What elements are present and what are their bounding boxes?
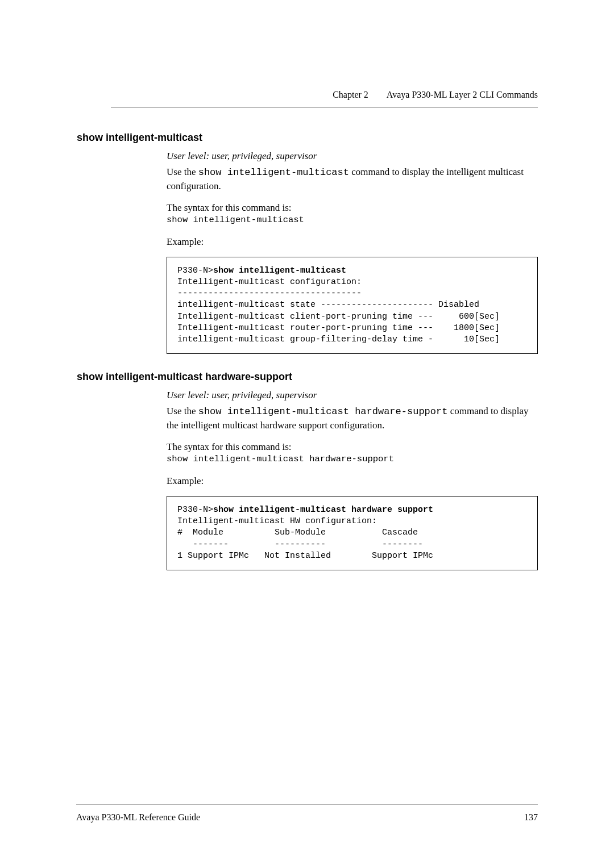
section1-description: Use the show intelligent-multicast comma… bbox=[167, 165, 538, 193]
section1-user-level: User level: user, privileged, supervisor bbox=[167, 151, 538, 162]
section1-code-box: P330-N>show intelligent-multicast Intell… bbox=[167, 257, 538, 354]
chapter-header: Chapter 2 Avaya P330-ML Layer 2 CLI Comm… bbox=[317, 90, 538, 100]
code-line: intelligent-multicast group-filtering-de… bbox=[177, 335, 500, 344]
section1-syntax-label: The syntax for this command is: bbox=[167, 202, 538, 214]
code-line: Intelligent-multicast router-port-prunin… bbox=[177, 323, 500, 333]
section1-use-cmd: show intelligent-multicast bbox=[198, 167, 349, 178]
footer-title: Avaya P330-ML Reference Guide bbox=[76, 812, 200, 822]
section1-example-label: Example: bbox=[167, 236, 538, 248]
section2-description: Use the show intelligent-multicast hardw… bbox=[167, 404, 538, 432]
section2-syntax-label: The syntax for this command is: bbox=[167, 441, 538, 453]
chapter-number: Chapter 2 bbox=[333, 90, 368, 99]
code-prompt: P330-N> bbox=[177, 505, 213, 515]
section2-title: show intelligent-multicast hardware-supp… bbox=[77, 371, 538, 383]
code-line: # Module Sub-Module Cascade bbox=[177, 528, 418, 537]
code-line: 1 Support IPMc Not Installed Support IPM… bbox=[177, 551, 433, 561]
section2-use-pre: Use the bbox=[167, 406, 198, 416]
code-line: intelligent-multicast state ------------… bbox=[177, 300, 479, 310]
header-divider bbox=[111, 107, 538, 107]
chapter-title: Avaya P330-ML Layer 2 CLI Commands bbox=[387, 90, 538, 99]
code-cmd: show intelligent-multicast hardware supp… bbox=[213, 505, 433, 515]
code-line: ------------------------------------ bbox=[177, 289, 362, 298]
footer: Avaya P330-ML Reference Guide 137 bbox=[76, 804, 538, 823]
page-number: 137 bbox=[524, 812, 538, 823]
section1-title: show intelligent-multicast bbox=[77, 132, 538, 144]
section2-syntax: show intelligent-multicast hardware-supp… bbox=[167, 454, 538, 464]
code-line: Intelligent-multicast configuration: bbox=[177, 277, 362, 287]
section2-user-level: User level: user, privileged, supervisor bbox=[167, 390, 538, 401]
section1-syntax: show intelligent-multicast bbox=[167, 215, 538, 225]
code-prompt: P330-N> bbox=[177, 266, 213, 276]
section2-example-label: Example: bbox=[167, 475, 538, 487]
code-line: Intelligent-multicast HW configuration: bbox=[177, 516, 377, 526]
code-line: Intelligent-multicast client-port-prunin… bbox=[177, 312, 500, 322]
code-line: ------- ---------- -------- bbox=[177, 540, 423, 549]
section2-code-box: P330-N>show intelligent-multicast hardwa… bbox=[167, 496, 538, 570]
code-cmd: show intelligent-multicast bbox=[213, 266, 346, 276]
section1-use-pre: Use the bbox=[167, 166, 198, 177]
section2-use-cmd: show intelligent-multicast hardware-supp… bbox=[198, 406, 448, 417]
